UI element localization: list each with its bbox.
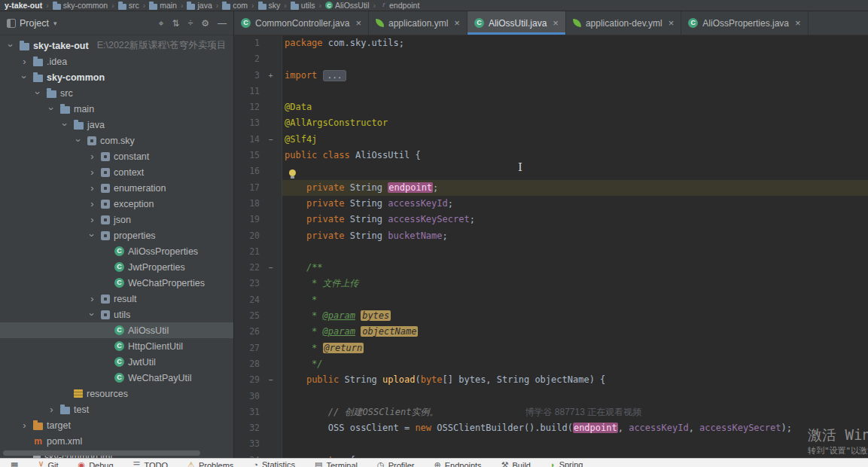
tree-row-test[interactable]: ›test xyxy=(0,401,233,417)
code-line-22[interactable]: 22− /** xyxy=(234,260,868,276)
tree-row-context[interactable]: ›context xyxy=(0,164,233,180)
code-line-21[interactable]: 21 xyxy=(234,244,868,260)
breadcrumb-item-sky-common[interactable]: sky-common xyxy=(51,1,110,10)
chevron-right-icon[interactable]: › xyxy=(20,56,29,66)
statusbar-terminal[interactable]: ▤Terminal xyxy=(315,460,358,467)
project-panel-title[interactable]: Project xyxy=(20,18,49,29)
chevron-down-icon[interactable]: › xyxy=(74,136,84,145)
tree-row-main[interactable]: ›main xyxy=(0,101,233,117)
fold-marker-icon[interactable]: − xyxy=(260,260,282,276)
chevron-right-icon[interactable]: › xyxy=(20,420,29,430)
fold-marker-icon[interactable]: + xyxy=(260,68,282,84)
code-line-18[interactable]: 18 private String accessKeyId; xyxy=(234,196,868,212)
fold-marker-icon[interactable]: − xyxy=(260,132,282,148)
tree-row-json[interactable]: ›json xyxy=(0,212,233,227)
close-icon[interactable]: × xyxy=(795,17,801,29)
tree-row-src[interactable]: ›src xyxy=(0,85,233,101)
breadcrumb-item-src[interactable]: src xyxy=(117,1,141,10)
chevron-down-icon[interactable]: ▾ xyxy=(53,20,57,27)
chevron-right-icon[interactable]: › xyxy=(87,151,97,161)
close-icon[interactable]: × xyxy=(553,17,559,29)
tree-row-properties[interactable]: ›properties xyxy=(0,227,233,243)
code-line-30[interactable]: 30 xyxy=(234,389,868,404)
chevron-down-icon[interactable]: › xyxy=(87,230,97,240)
tree-row-WeChatProperties[interactable]: CWeChatProperties xyxy=(0,275,233,291)
code-line-23[interactable]: 23 * 文件上传 xyxy=(234,276,868,291)
statusbar-statistics[interactable]: ◔Statistics xyxy=(253,460,295,467)
chevron-down-icon[interactable]: › xyxy=(6,41,16,50)
code-line-13[interactable]: 13@AllArgsConstructor xyxy=(234,115,868,131)
tab-CommonController.java[interactable]: CCommonController.java× xyxy=(234,11,369,35)
tree-row-utils[interactable]: ›utils xyxy=(0,307,233,322)
code-line-26[interactable]: 26 * @param objectName xyxy=(234,324,868,340)
tree-row-enumeration[interactable]: ›enumeration xyxy=(0,180,233,196)
chevron-down-icon[interactable]: › xyxy=(33,88,43,98)
statusbar-todo[interactable]: ☰TODO xyxy=(133,460,168,467)
statusbar-tool-windows[interactable]: ▦ xyxy=(11,460,18,467)
breadcrumb-item-utils[interactable]: utils xyxy=(289,1,317,10)
code-line-3[interactable]: 3+import ... xyxy=(234,68,868,84)
code-line-33[interactable]: 33 xyxy=(234,436,868,452)
collapse-all-icon[interactable]: ÷ xyxy=(188,18,193,29)
tree-row-AliOssProperties[interactable]: CAliOssProperties xyxy=(0,243,233,259)
statusbar-profiler[interactable]: ◷Profiler xyxy=(377,460,414,467)
chevron-right-icon[interactable]: › xyxy=(87,294,97,304)
editor-pane[interactable]: 1package com.sky.utils;23+import ...1112… xyxy=(234,35,868,458)
tab-application.yml[interactable]: application.yml× xyxy=(369,11,468,35)
tree-row-HttpClientUtil[interactable]: CHttpClientUtil xyxy=(0,338,233,354)
statusbar-endpoints[interactable]: ⊕Endpoints xyxy=(434,460,481,467)
settings-icon[interactable]: ⚙ xyxy=(201,18,209,29)
code-line-11[interactable]: 11 xyxy=(234,84,868,99)
close-icon[interactable]: × xyxy=(454,17,460,29)
tree-row-result[interactable]: ›result xyxy=(0,291,233,307)
intention-bulb-icon[interactable] xyxy=(289,169,296,176)
code-line-34[interactable]: 34− try { xyxy=(234,453,868,458)
statusbar-problems[interactable]: ⚠Problems xyxy=(187,460,233,467)
chevron-right-icon[interactable]: › xyxy=(87,183,97,193)
tree-row-sky-common[interactable]: ›sky-common xyxy=(0,69,233,85)
close-icon[interactable]: × xyxy=(669,17,675,29)
chevron-down-icon[interactable]: › xyxy=(87,310,97,319)
breadcrumb-item-main[interactable]: main xyxy=(148,1,178,10)
breadcrumb-item-sky[interactable]: sky xyxy=(257,1,282,10)
code-line-32[interactable]: 32 OSS ossClient = new OSSClientBuilder(… xyxy=(234,420,868,436)
code-line-19[interactable]: 19 private String accessKeySecret; xyxy=(234,212,868,227)
chevron-down-icon[interactable]: › xyxy=(20,72,29,82)
tree-row-constant[interactable]: ›constant xyxy=(0,148,233,164)
chevron-right-icon[interactable]: › xyxy=(87,167,97,177)
tree-row-resources[interactable]: resources xyxy=(0,386,233,401)
tree-row-exception[interactable]: ›exception xyxy=(0,196,233,212)
breadcrumb-item-java[interactable]: java xyxy=(185,1,213,10)
tree-row-java[interactable]: ›java xyxy=(0,117,233,133)
tree-row-sky-take-out[interactable]: ›sky-take-outE:\2022新版课程\苍穹外卖项目 xyxy=(0,38,233,53)
code-line-31[interactable]: 31 // 创建OSSClient实例。博学谷 887713 正在观看视频 xyxy=(234,404,868,420)
close-icon[interactable]: × xyxy=(355,17,361,29)
locate-icon[interactable]: ⌖ xyxy=(159,18,164,29)
code-line-25[interactable]: 25 * @param bytes xyxy=(234,308,868,324)
statusbar-debug[interactable]: ◉Debug xyxy=(78,460,114,467)
code-line-2[interactable]: 2 xyxy=(234,51,868,67)
statusbar-build[interactable]: ⚒Build xyxy=(501,460,531,467)
code-line-28[interactable]: 28 */ xyxy=(234,356,868,372)
tree-row-JwtUtil[interactable]: CJwtUtil xyxy=(0,354,233,370)
code-line-17[interactable]: 17 private String endpoint; xyxy=(234,180,868,196)
tree-row-target[interactable]: ›target xyxy=(0,417,233,433)
breadcrumb-item-endpoint[interactable]: fendpoint xyxy=(378,1,421,10)
breadcrumb-item-AliOssUtil[interactable]: CAliOssUtil xyxy=(324,1,371,10)
code-line-15[interactable]: 15public class AliOssUtil { xyxy=(234,148,868,163)
code-line-29[interactable]: 29− public String upload(byte[] bytes, S… xyxy=(234,372,868,388)
tab-AliOssUtil.java[interactable]: CAliOssUtil.java× xyxy=(468,11,566,35)
chevron-down-icon[interactable]: › xyxy=(47,104,56,114)
breadcrumb-item-com[interactable]: com xyxy=(221,1,249,10)
code-line-14[interactable]: 14−@Slf4j xyxy=(234,132,868,148)
chevron-right-icon[interactable]: › xyxy=(87,199,97,209)
tree-row-.idea[interactable]: ›.idea xyxy=(0,53,233,69)
horizontal-scrollbar[interactable] xyxy=(3,450,200,456)
tree-row-pom.xml[interactable]: mpom.xml xyxy=(0,433,233,449)
code-line-1[interactable]: 1package com.sky.utils; xyxy=(234,35,868,51)
chevron-down-icon[interactable]: › xyxy=(60,120,70,130)
statusbar-spring[interactable]: ◗Spring xyxy=(550,460,583,467)
tree-row-com.sky[interactable]: ›com.sky xyxy=(0,133,233,148)
chevron-right-icon[interactable]: › xyxy=(87,215,97,224)
breadcrumb-item-y-take-out[interactable]: y-take-out xyxy=(3,1,44,10)
